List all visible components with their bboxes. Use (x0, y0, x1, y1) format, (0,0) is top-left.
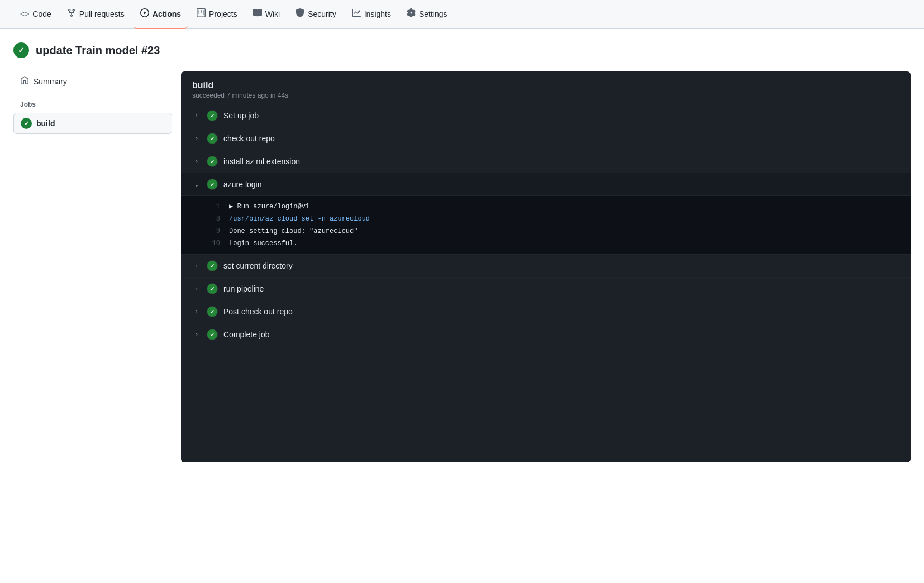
sidebar: Summary Jobs build (13, 71, 181, 462)
jobs-section-label: Jobs (13, 98, 172, 111)
step-success-icon-post-checkout (207, 306, 218, 317)
title-row: update Train model #23 (13, 42, 911, 58)
step-checkout[interactable]: › check out repo (181, 127, 911, 150)
content-layout: Summary Jobs build build succeeded 7 min… (13, 71, 911, 462)
log-line-num-8: 8 (209, 214, 220, 224)
chevron-icon-setup: › (192, 112, 201, 120)
main-content: update Train model #23 Summary Jobs buil… (0, 29, 924, 462)
actions-icon (140, 8, 149, 19)
log-line-num-9: 9 (209, 226, 220, 236)
pull-request-icon (67, 8, 76, 19)
chevron-icon-install: › (192, 157, 201, 165)
step-success-icon-setup (207, 110, 218, 121)
nav-item-projects[interactable]: Projects (190, 0, 244, 29)
nav-label-settings: Settings (419, 9, 447, 18)
chevron-icon-set-dir: › (192, 262, 201, 270)
nav-item-actions[interactable]: Actions (134, 0, 188, 29)
log-subtitle: succeeded 7 minutes ago in 44s (192, 92, 899, 99)
code-icon: <> (20, 9, 29, 18)
home-icon (20, 76, 29, 87)
log-line-text-8: /usr/bin/az cloud set -n azurecloud (229, 214, 370, 224)
chevron-icon-run-pipeline: › (192, 285, 201, 293)
step-success-icon-complete (207, 329, 218, 340)
step-label-azure-login: azure login (223, 180, 262, 189)
azure-login-log-content: 1 ▶ Run azure/login@v1 8 /usr/bin/az clo… (181, 196, 911, 255)
log-title: build (192, 80, 899, 90)
step-success-icon-set-dir (207, 260, 218, 271)
sidebar-job-build[interactable]: build (13, 113, 172, 134)
step-label-complete: Complete job (223, 330, 270, 339)
step-label-setup: Set up job (223, 111, 259, 120)
summary-label: Summary (34, 77, 67, 86)
log-line-10: 10 Login successful. (209, 237, 899, 250)
step-success-icon-azure-login (207, 179, 218, 190)
chevron-icon-azure-login: ⌄ (192, 180, 201, 188)
log-line-9: 9 Done setting cloud: "azurecloud" (209, 225, 899, 237)
log-line-num-10: 10 (209, 238, 220, 249)
step-label-run-pipeline: run pipeline (223, 284, 264, 293)
nav-item-settings[interactable]: Settings (400, 0, 454, 29)
nav-item-insights[interactable]: Insights (345, 0, 398, 29)
log-line-num-1: 1 (209, 202, 220, 212)
nav-label-security: Security (308, 9, 336, 18)
nav-label-actions: Actions (153, 9, 181, 18)
insights-icon (352, 8, 361, 19)
step-label-install: install az ml extension (223, 157, 300, 166)
step-set-dir[interactable]: › set current directory (181, 255, 911, 278)
job-build-label: build (36, 119, 55, 128)
nav-item-security[interactable]: Security (289, 0, 343, 29)
step-azure-login[interactable]: ⌄ azure login (181, 173, 911, 196)
step-label-post-checkout: Post check out repo (223, 307, 293, 316)
step-install-az[interactable]: › install az ml extension (181, 150, 911, 173)
top-nav: <> Code Pull requests Actions Projects W… (0, 0, 924, 29)
nav-label-projects: Projects (209, 9, 237, 18)
job-success-icon (21, 118, 32, 129)
log-line-text-1: ▶ Run azure/login@v1 (229, 202, 309, 212)
settings-icon (407, 8, 416, 19)
step-complete-job[interactable]: › Complete job (181, 323, 911, 346)
nav-item-code[interactable]: <> Code (13, 0, 58, 29)
nav-label-insights: Insights (364, 9, 391, 18)
log-line-1: 1 ▶ Run azure/login@v1 (209, 200, 899, 213)
step-success-icon-checkout (207, 133, 218, 144)
chevron-icon-checkout: › (192, 135, 201, 142)
log-header: build succeeded 7 minutes ago in 44s (181, 71, 911, 104)
nav-label-pull-requests: Pull requests (79, 9, 125, 18)
log-panel: build succeeded 7 minutes ago in 44s › S… (181, 71, 911, 462)
page-title: update Train model #23 (36, 44, 160, 57)
security-icon (296, 8, 304, 19)
step-success-icon-install (207, 156, 218, 167)
log-line-8: 8 /usr/bin/az cloud set -n azurecloud (209, 213, 899, 225)
chevron-icon-complete: › (192, 331, 201, 338)
step-label-set-dir: set current directory (223, 261, 293, 270)
chevron-icon-post-checkout: › (192, 308, 201, 316)
step-post-checkout[interactable]: › Post check out repo (181, 300, 911, 323)
log-line-text-10: Login successful. (229, 238, 297, 249)
nav-label-wiki: Wiki (265, 9, 280, 18)
nav-label-code: Code (32, 9, 51, 18)
log-line-text-9: Done setting cloud: "azurecloud" (229, 226, 358, 236)
step-run-pipeline[interactable]: › run pipeline (181, 278, 911, 300)
workflow-success-icon (13, 42, 29, 58)
nav-item-wiki[interactable]: Wiki (246, 0, 287, 29)
nav-item-pull-requests[interactable]: Pull requests (60, 0, 131, 29)
step-success-icon-run-pipeline (207, 283, 218, 294)
step-setup-job[interactable]: › Set up job (181, 104, 911, 127)
summary-link[interactable]: Summary (13, 71, 172, 92)
step-label-checkout: check out repo (223, 134, 275, 143)
projects-icon (197, 8, 206, 19)
wiki-icon (253, 8, 262, 19)
